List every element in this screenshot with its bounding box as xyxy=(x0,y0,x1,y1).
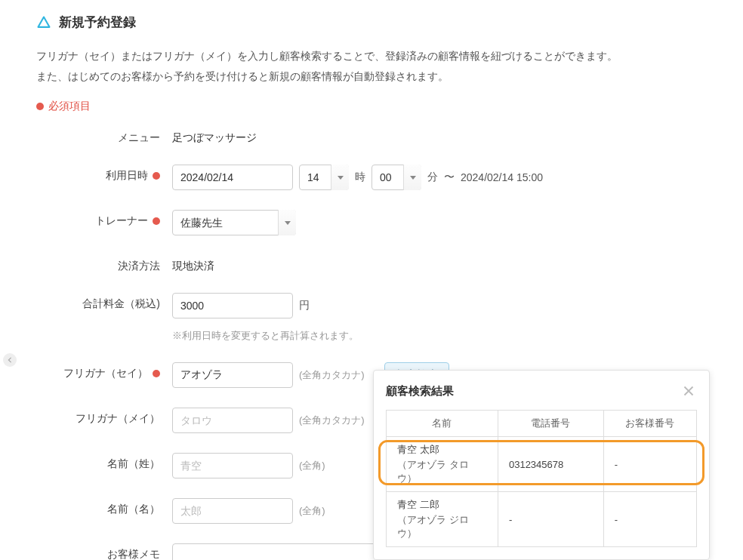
intro-line-1: フリガナ（セイ）またはフリガナ（メイ）を入力し顧客検索することで、登録済みの顧客… xyxy=(36,46,716,66)
required-legend: 必須項目 xyxy=(36,100,716,113)
intro-line-2: また、はじめてのお客様から予約を受け付けると新規の顧客情報が自動登録されます。 xyxy=(36,66,716,87)
popup-title: 顧客検索結果 xyxy=(386,384,454,398)
col-name: 名前 xyxy=(387,411,498,437)
cell-kana: （アオゾラ ジロウ） xyxy=(397,513,487,540)
required-dot-icon xyxy=(153,370,160,377)
label-name-sei: 名前（姓） xyxy=(107,457,160,471)
cell-customer-no: - xyxy=(603,437,696,492)
page-title: 新規予約登録 xyxy=(59,14,136,31)
name-sei-input[interactable] xyxy=(172,453,293,478)
value-payment: 現地決済 xyxy=(172,255,214,273)
total-input[interactable] xyxy=(172,293,293,318)
katakana-hint: (全角カタカナ) xyxy=(299,368,365,382)
trainer-select-wrap: 佐藤先生 xyxy=(172,210,296,235)
table-header-row: 名前 電話番号 お客様番号 xyxy=(387,411,697,437)
cell-name: 青空 太郎 xyxy=(397,443,487,457)
furigana-mei-input[interactable] xyxy=(172,408,293,433)
range-separator: 〜 xyxy=(444,171,455,184)
hour-unit: 時 xyxy=(355,171,365,184)
page-header: 新規予約登録 xyxy=(36,14,716,31)
result-table: 名前 電話番号 お客様番号 青空 太郎 （アオゾラ タロウ） 031234567… xyxy=(386,410,697,547)
close-icon[interactable] xyxy=(680,383,697,399)
zenkaku-hint: (全角) xyxy=(299,459,325,472)
value-menu: 足つぼマッサージ xyxy=(172,127,257,145)
required-dot-icon xyxy=(153,217,160,225)
row-menu: メニュー 足つぼマッサージ xyxy=(36,127,716,145)
label-total: 合計料金（税込) xyxy=(82,297,160,311)
minute-unit: 分 xyxy=(427,171,438,184)
cell-phone: 0312345678 xyxy=(498,437,603,492)
label-furigana-mei: フリガナ（メイ） xyxy=(76,412,160,426)
col-phone: 電話番号 xyxy=(498,411,603,437)
col-customer-no: お客様番号 xyxy=(603,411,696,437)
table-row[interactable]: 青空 太郎 （アオゾラ タロウ） 0312345678 - xyxy=(387,437,697,492)
label-name-mei: 名前（名） xyxy=(107,503,160,516)
brand-triangle-icon xyxy=(36,15,51,30)
cell-kana: （アオゾラ タロウ） xyxy=(397,458,487,485)
row-total: 合計料金（税込) 円 ※利用日時を変更すると再計算されます。 xyxy=(36,293,716,343)
required-legend-label: 必須項目 xyxy=(48,100,91,113)
cell-phone: - xyxy=(498,492,603,547)
furigana-sei-input[interactable] xyxy=(172,362,293,388)
total-unit: 円 xyxy=(299,299,310,312)
date-input[interactable] xyxy=(172,165,293,190)
cell-name: 青空 二郎 xyxy=(397,498,487,512)
minute-select-wrap: 00 xyxy=(372,165,421,190)
intro-text: フリガナ（セイ）またはフリガナ（メイ）を入力し顧客検索することで、登録済みの顧客… xyxy=(36,46,716,86)
trainer-select[interactable]: 佐藤先生 xyxy=(172,210,296,235)
label-menu: メニュー xyxy=(118,131,160,145)
name-mei-input[interactable] xyxy=(172,498,293,524)
hour-select[interactable]: 14 xyxy=(299,165,349,190)
end-datetime: 2024/02/14 15:00 xyxy=(461,171,543,183)
row-trainer: トレーナー 佐藤先生 xyxy=(36,210,716,235)
label-furigana-sei: フリガナ（セイ） xyxy=(63,367,148,380)
katakana-hint: (全角カタカナ) xyxy=(299,414,365,427)
cell-customer-no: - xyxy=(603,492,696,547)
required-dot-icon xyxy=(36,103,44,110)
label-datetime: 利用日時 xyxy=(106,169,148,183)
table-row[interactable]: 青空 二郎 （アオゾラ ジロウ） - - xyxy=(387,492,697,547)
row-datetime: 利用日時 14 時 00 分 〜 2024/02/14 15:00 xyxy=(36,165,716,190)
row-payment: 決済方法 現地決済 xyxy=(36,255,716,273)
collapse-chevron-icon[interactable] xyxy=(3,353,17,367)
customer-search-popup: 顧客検索結果 名前 電話番号 お客様番号 青空 太郎 （アオゾラ タロウ） 03… xyxy=(373,370,710,560)
label-payment: 決済方法 xyxy=(118,260,160,273)
label-memo: お客様メモ xyxy=(107,548,160,560)
hour-select-wrap: 14 xyxy=(299,165,349,190)
zenkaku-hint: (全角) xyxy=(299,504,325,518)
minute-select[interactable]: 00 xyxy=(372,165,421,190)
required-dot-icon xyxy=(153,172,160,180)
label-trainer: トレーナー xyxy=(95,214,148,228)
total-hint: ※利用日時を変更すると再計算されます。 xyxy=(172,329,716,343)
